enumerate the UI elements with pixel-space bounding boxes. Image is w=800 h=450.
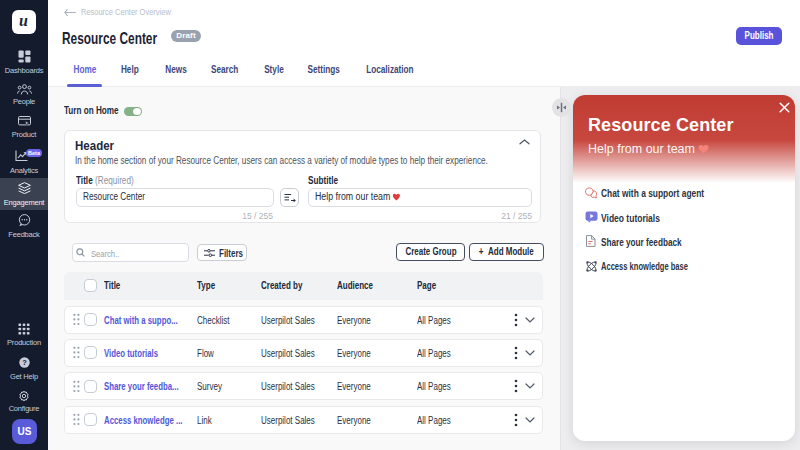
svg-text:?: ? xyxy=(22,358,27,367)
